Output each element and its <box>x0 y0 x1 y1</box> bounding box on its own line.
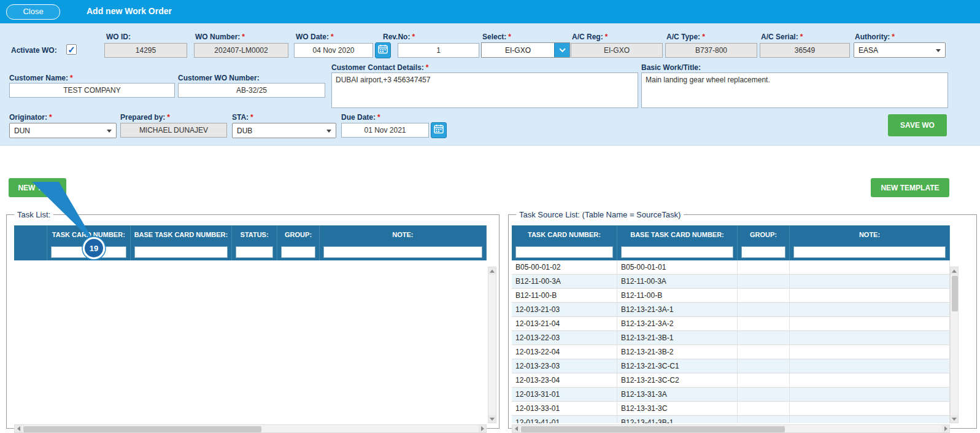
customer-wo-number-field[interactable] <box>178 83 325 98</box>
basic-work-textarea[interactable]: Main landing gear wheel replacement. <box>641 72 948 108</box>
originator-select[interactable]: DUN <box>9 123 117 138</box>
group-cell <box>738 260 790 275</box>
task-card-number-cell: 12-013-41-01 <box>512 416 617 424</box>
wo-number-label: WO Number:* <box>195 33 245 41</box>
aircraft-select-value: EI-GXO <box>482 46 554 55</box>
group-filter-input[interactable] <box>281 246 315 258</box>
note-filter-input[interactable] <box>793 246 946 258</box>
arrow-down-icon <box>490 418 495 421</box>
authority-label: Authority:* <box>855 33 895 41</box>
wo-date-calendar-button[interactable] <box>375 42 391 58</box>
authority-value: EASA <box>858 46 878 55</box>
column-header-base-task-card-number[interactable]: BASE TASK CARD NUMBER: <box>617 225 738 244</box>
table-row[interactable]: B12-11-00-B B12-11-00-B <box>512 289 950 303</box>
due-date-calendar-button[interactable] <box>431 122 447 138</box>
task-card-number-cell: 12-013-23-04 <box>512 373 617 388</box>
wo-id-field[interactable] <box>104 43 187 58</box>
scroll-left-button[interactable] <box>512 425 520 432</box>
note-cell <box>790 317 950 331</box>
scroll-left-button[interactable] <box>15 425 22 432</box>
task-card-number-cell: 12-013-21-04 <box>512 317 617 331</box>
base-task-card-number-cell: B12-13-21-3C-C2 <box>617 373 738 388</box>
scroll-down-button[interactable] <box>951 415 958 423</box>
horizontal-scroll-thumb[interactable] <box>23 426 261 432</box>
table-row[interactable]: 12-013-21-03 B12-13-21-3A-1 <box>512 303 950 317</box>
base-task-card-number-filter-input[interactable] <box>621 246 733 258</box>
due-date-label: Due Date:* <box>341 113 380 122</box>
task-list-table: TASK CARD NUMBER: BASE TASK CARD NUMBER:… <box>14 225 487 423</box>
calendar-icon <box>434 124 444 136</box>
table-row[interactable]: 12-013-21-04 B12-13-21-3A-2 <box>512 317 950 331</box>
customer-contact-textarea[interactable]: DUBAI airport,+3 456347457 <box>331 72 638 108</box>
note-cell <box>790 373 950 388</box>
activate-wo-checkbox[interactable] <box>66 44 77 55</box>
note-cell <box>790 331 950 345</box>
note-filter-input[interactable] <box>323 246 482 258</box>
horizontal-scroll-thumb[interactable] <box>521 426 785 432</box>
chevron-down-icon[interactable] <box>554 43 569 57</box>
column-header-task-card-number[interactable]: TASK CARD NUMBER: <box>512 225 617 244</box>
table-row[interactable]: 12-013-33-01 B12-13-31-3C <box>512 402 950 416</box>
ac-reg-field[interactable] <box>571 43 663 58</box>
note-cell <box>790 303 950 317</box>
table-row[interactable]: 12-013-31-01 B12-13-31-3A <box>512 388 950 402</box>
work-order-form: Activate WO: WO ID: WO Number:* WO Date:… <box>0 23 980 146</box>
due-date-field[interactable] <box>341 123 429 138</box>
aircraft-select-dropdown[interactable]: EI-GXO <box>481 42 570 58</box>
task-list-vertical-scrollbar[interactable] <box>488 267 496 423</box>
new-task-button[interactable]: NEW TASK <box>9 178 66 197</box>
table-row[interactable]: 12-013-41-01 B12-13-41-3B-1 <box>512 416 950 423</box>
column-header-group[interactable]: GROUP: <box>277 225 320 244</box>
group-cell <box>738 388 790 402</box>
task-source-list-table: TASK CARD NUMBER: BASE TASK CARD NUMBER:… <box>512 225 950 423</box>
rev-no-field[interactable] <box>398 43 479 58</box>
sta-select[interactable]: DUB <box>232 123 336 138</box>
arrow-up-icon <box>490 270 495 273</box>
table-row[interactable]: B12-11-00-3A B12-11-00-3A <box>512 275 950 289</box>
scroll-down-button[interactable] <box>488 415 496 423</box>
column-header-status[interactable]: STATUS: <box>232 225 277 244</box>
task-list-horizontal-scrollbar[interactable] <box>14 424 487 433</box>
ac-type-field[interactable] <box>665 43 757 58</box>
customer-name-field[interactable] <box>9 83 175 98</box>
table-row[interactable]: 12-013-23-03 B12-13-21-3C-C1 <box>512 359 950 373</box>
ac-serial-field[interactable] <box>760 43 850 58</box>
table-row[interactable]: 12-013-22-04 B12-13-21-3B-2 <box>512 345 950 359</box>
prepared-by-field[interactable] <box>120 123 227 138</box>
save-wo-button[interactable]: SAVE WO <box>888 114 947 136</box>
task-card-number-filter-input[interactable] <box>515 246 613 258</box>
scroll-right-button[interactable] <box>942 425 949 432</box>
column-header-note[interactable]: NOTE: <box>790 225 950 244</box>
scroll-right-button[interactable] <box>479 425 486 432</box>
base-task-card-number-cell: B12-13-21-3A-2 <box>617 317 738 331</box>
scroll-up-button[interactable] <box>488 267 496 275</box>
group-cell <box>738 289 790 303</box>
task-source-horizontal-scrollbar[interactable] <box>512 424 950 433</box>
close-button[interactable]: Close <box>6 4 60 20</box>
table-row[interactable]: B05-00-01-02 B05-00-01-01 <box>512 260 950 275</box>
arrow-right-icon <box>481 426 484 431</box>
task-card-number-cell: 12-013-31-01 <box>512 388 617 402</box>
wo-number-field[interactable] <box>194 43 288 58</box>
base-task-card-number-filter-input[interactable] <box>134 246 228 258</box>
new-template-button[interactable]: NEW TEMPLATE <box>871 178 949 197</box>
vertical-scroll-thumb[interactable] <box>952 276 958 311</box>
column-header-base-task-card-number[interactable]: BASE TASK CARD NUMBER: <box>131 225 232 244</box>
column-header-task-card-number[interactable]: TASK CARD NUMBER: <box>47 225 131 244</box>
task-card-number-filter-input[interactable] <box>51 246 126 258</box>
scroll-up-button[interactable] <box>951 267 958 275</box>
group-filter-input[interactable] <box>741 246 785 258</box>
status-filter-input[interactable] <box>236 246 273 258</box>
task-source-vertical-scrollbar[interactable] <box>950 267 959 423</box>
table-row[interactable]: 12-013-22-03 B12-13-21-3B-1 <box>512 331 950 345</box>
customer-name-label: Customer Name:* <box>9 74 73 82</box>
task-source-list-legend: Task Source List: (Table Name = SourceTa… <box>516 210 684 219</box>
wo-date-field[interactable] <box>294 43 373 58</box>
table-row[interactable]: 12-013-23-04 B12-13-21-3C-C2 <box>512 373 950 388</box>
column-header-group[interactable]: GROUP: <box>738 225 790 244</box>
note-cell <box>790 275 950 289</box>
group-cell <box>738 402 790 416</box>
authority-select[interactable]: EASA <box>854 42 946 58</box>
column-header-note[interactable]: NOTE: <box>320 225 487 244</box>
basic-work-label: Basic Work/Title: <box>641 63 701 72</box>
